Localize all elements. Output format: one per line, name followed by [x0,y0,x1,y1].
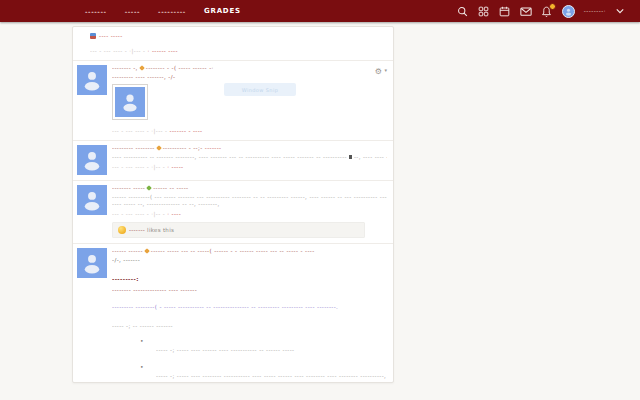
post-title-link[interactable]: ------- [205,145,222,151]
award-icon [144,249,150,255]
status-icon [146,186,152,192]
post-footer-link[interactable]: · ---- [167,211,181,217]
liker-name[interactable]: ------- [129,227,145,233]
nav-item-2[interactable]: ----- [125,8,140,15]
post-subtitle: --------- ---- -------, -/- [112,74,175,80]
bullet-icon: • [140,338,387,344]
likes-summary-bar: ------- likes this [112,222,365,238]
primary-nav: ------- ----- --------- GRADES [0,7,241,15]
attachment-link[interactable]: ---- ----- [99,33,123,39]
post-image-thumbnail[interactable] [112,84,148,120]
post-actions[interactable]: --- - --- ---- - ·|--- - [112,128,170,134]
post-author-avatar[interactable] [77,248,107,278]
inline-emoji-icon [349,155,352,159]
chevron-down-icon[interactable] [615,5,624,17]
mail-icon[interactable] [520,5,532,17]
post-title: ---------- - --;- [163,145,203,151]
post-author-name[interactable]: -------- -, [112,65,138,71]
announcement-line: -------- -------------- ---- ------- [112,287,197,293]
post-author-avatar[interactable] [77,185,107,215]
attachment-icon [90,33,96,39]
topbar-actions: --------· [457,5,640,18]
top-navigation-bar: ------- ----- --------- GRADES --------· [0,0,640,22]
activity-feed: ---- ----- --- - --- ---- - ·|--- - · --… [72,26,394,383]
post-subtitle: -/-, ------- [112,257,140,263]
post-title: ------ -- ----- [153,185,188,191]
window-snip-overlay: Window Snip [224,83,296,96]
post-body-text: ---- ---------- -- ------- --------, ---… [112,154,347,160]
nav-item-3[interactable]: --------- [158,8,186,15]
nav-item-grades[interactable]: GRADES [204,7,241,15]
list-intro-text: ----- -; -- ------ ------- [112,323,173,329]
bullet-text: ----- -; ----- ---- -------- -----------… [156,373,386,379]
notifications-bell-icon[interactable] [541,5,553,17]
post-body-text: --, ---- ---- -------- ------ ---- --- -… [354,154,387,160]
announcement-link[interactable]: --------- --------( - ----- ----------- … [112,304,338,310]
post-body-text: ---- ----- --, -------------- -- --, ---… [112,201,220,207]
calendar-icon[interactable] [499,5,511,17]
post-title: ------ ----- --- -- -----( ------ - - --… [151,248,315,254]
post-footer-link[interactable]: · ----- [167,164,183,170]
bullet-item: • ----- -; ----- ---- -------- ---------… [140,364,387,380]
post-body-text: ------ ---------( --- ----- ------- --- … [112,194,387,200]
thumbnail-person-icon [115,87,145,117]
post-author-name[interactable]: --------- -------- [112,145,155,151]
salutation-text: ---------: [112,276,139,282]
award-icon [139,66,145,72]
user-avatar[interactable] [562,5,575,18]
post-footer-link[interactable]: ------- - ---- [170,128,203,134]
post-author-name[interactable]: ------ ------ [112,248,143,254]
post-actions[interactable]: --- - --- ---- - ·|-- - [112,211,167,217]
feed-post-announcement: ------ ------------ ----- --- -- -----( … [73,243,393,383]
search-icon[interactable] [457,5,469,17]
award-icon [156,146,162,152]
smiley-emoji-icon [118,226,126,234]
likes-this-text: likes this [145,227,174,233]
post-author-avatar[interactable] [77,65,107,95]
feed-post-short: --------- ------------------ - --;- ----… [73,140,393,180]
notification-badge [549,3,556,10]
post-actions[interactable]: --- - --- ---- - ·|-- - [112,164,167,170]
nav-item-1[interactable]: ------- [85,8,107,15]
feed-post-partial: ---- ----- --- - --- ---- - ·|--- - · --… [73,27,393,60]
post-title: -------- - -( ----- ------ -· [146,65,214,71]
bullet-icon: • [140,364,387,370]
bullet-text: ----- -; ----- ---- ------ ---- --------… [156,347,294,353]
post-author-avatar[interactable] [77,145,107,175]
feed-post-liked: -------- ----------- -- ----- ------ ---… [73,180,393,243]
apps-grid-icon[interactable] [478,5,490,17]
post-footer-link[interactable]: · ------ ---- [148,48,178,54]
post-author-name[interactable]: -------- ----- [112,185,145,191]
feed-post-image: ⚙ ▾ -------- -,-------- - -( ----- -----… [73,60,393,140]
user-name[interactable]: --------· [584,8,606,14]
post-actions[interactable]: --- - --- ---- - ·|--- - [90,48,148,54]
bullet-item: • ----- -; ----- ---- ------ ---- ------… [140,338,387,354]
